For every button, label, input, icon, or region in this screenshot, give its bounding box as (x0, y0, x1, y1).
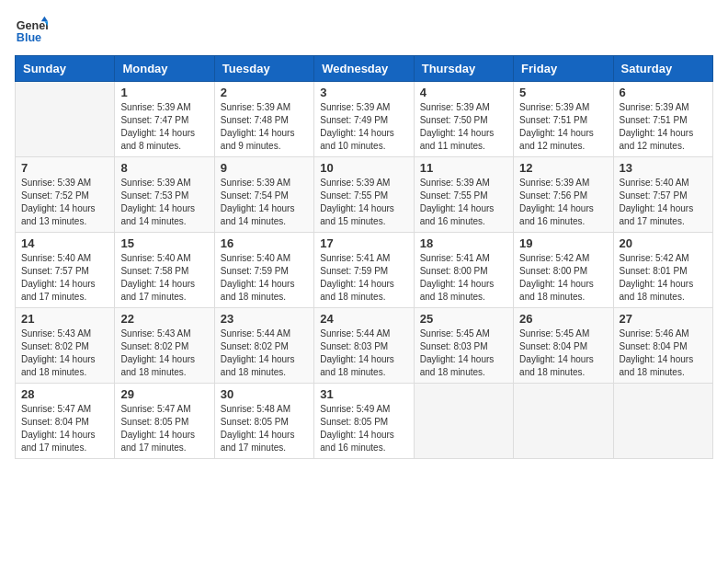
day-number: 29 (120, 387, 208, 401)
day-info: Sunrise: 5:39 AM Sunset: 7:55 PM Dayligh… (420, 177, 507, 228)
day-number: 12 (519, 161, 607, 175)
calendar-header-row: SundayMondayTuesdayWednesdayThursdayFrid… (16, 56, 713, 82)
day-number: 28 (21, 387, 108, 401)
calendar-cell: 30Sunrise: 5:48 AM Sunset: 8:05 PM Dayli… (214, 384, 313, 459)
calendar-cell: 9Sunrise: 5:39 AM Sunset: 7:54 PM Daylig… (214, 157, 313, 233)
day-info: Sunrise: 5:43 AM Sunset: 8:02 PM Dayligh… (120, 327, 208, 379)
calendar-cell: 24Sunrise: 5:44 AM Sunset: 8:03 PM Dayli… (314, 308, 414, 384)
day-info: Sunrise: 5:44 AM Sunset: 8:02 PM Dayligh… (221, 327, 308, 379)
day-info: Sunrise: 5:45 AM Sunset: 8:04 PM Dayligh… (519, 327, 607, 379)
calendar-cell: 2Sunrise: 5:39 AM Sunset: 7:48 PM Daylig… (214, 82, 313, 157)
day-info: Sunrise: 5:47 AM Sunset: 8:04 PM Dayligh… (21, 403, 108, 454)
logo: General Blue (15, 15, 48, 48)
day-of-week-header: Tuesday (214, 56, 313, 82)
calendar-cell: 25Sunrise: 5:45 AM Sunset: 8:03 PM Dayli… (414, 308, 513, 384)
day-info: Sunrise: 5:39 AM Sunset: 7:53 PM Dayligh… (120, 177, 208, 228)
day-info: Sunrise: 5:44 AM Sunset: 8:03 PM Dayligh… (320, 327, 407, 379)
calendar-cell: 16Sunrise: 5:40 AM Sunset: 7:59 PM Dayli… (214, 233, 313, 308)
calendar-cell: 6Sunrise: 5:39 AM Sunset: 7:51 PM Daylig… (613, 82, 712, 157)
calendar-cell: 22Sunrise: 5:43 AM Sunset: 8:02 PM Dayli… (115, 308, 214, 384)
day-info: Sunrise: 5:40 AM Sunset: 7:57 PM Dayligh… (620, 177, 707, 228)
day-info: Sunrise: 5:41 AM Sunset: 7:59 PM Dayligh… (320, 252, 407, 304)
day-info: Sunrise: 5:49 AM Sunset: 8:05 PM Dayligh… (320, 403, 407, 454)
day-number: 27 (620, 312, 707, 326)
day-of-week-header: Wednesday (314, 56, 414, 82)
calendar-cell: 1Sunrise: 5:39 AM Sunset: 7:47 PM Daylig… (115, 82, 214, 157)
calendar-cell (514, 384, 613, 459)
day-number: 11 (420, 161, 507, 175)
day-info: Sunrise: 5:39 AM Sunset: 7:52 PM Dayligh… (21, 177, 108, 228)
day-of-week-header: Sunday (16, 56, 115, 82)
day-info: Sunrise: 5:39 AM Sunset: 7:56 PM Dayligh… (519, 177, 607, 228)
day-number: 23 (221, 312, 308, 326)
calendar-week-row: 7Sunrise: 5:39 AM Sunset: 7:52 PM Daylig… (16, 157, 713, 233)
day-number: 6 (620, 86, 707, 99)
calendar-table: SundayMondayTuesdayWednesdayThursdayFrid… (15, 55, 713, 459)
day-info: Sunrise: 5:42 AM Sunset: 8:01 PM Dayligh… (620, 252, 707, 304)
day-of-week-header: Thursday (414, 56, 513, 82)
calendar-cell: 10Sunrise: 5:39 AM Sunset: 7:55 PM Dayli… (314, 157, 414, 233)
day-number: 5 (519, 86, 607, 99)
day-number: 1 (120, 86, 208, 99)
day-number: 19 (519, 236, 607, 250)
day-number: 17 (320, 236, 407, 250)
calendar-cell (16, 82, 115, 157)
calendar-cell: 12Sunrise: 5:39 AM Sunset: 7:56 PM Dayli… (514, 157, 613, 233)
day-info: Sunrise: 5:39 AM Sunset: 7:48 PM Dayligh… (221, 101, 308, 153)
day-number: 24 (320, 312, 407, 326)
calendar-cell: 11Sunrise: 5:39 AM Sunset: 7:55 PM Dayli… (414, 157, 513, 233)
calendar-cell: 15Sunrise: 5:40 AM Sunset: 7:58 PM Dayli… (115, 233, 214, 308)
calendar-week-row: 14Sunrise: 5:40 AM Sunset: 7:57 PM Dayli… (16, 233, 713, 308)
calendar-cell: 26Sunrise: 5:45 AM Sunset: 8:04 PM Dayli… (514, 308, 613, 384)
calendar-cell (613, 384, 712, 459)
day-number: 2 (221, 86, 308, 99)
calendar-cell: 17Sunrise: 5:41 AM Sunset: 7:59 PM Dayli… (314, 233, 414, 308)
day-of-week-header: Saturday (613, 56, 712, 82)
calendar-cell: 20Sunrise: 5:42 AM Sunset: 8:01 PM Dayli… (613, 233, 712, 308)
calendar-cell: 14Sunrise: 5:40 AM Sunset: 7:57 PM Dayli… (16, 233, 115, 308)
day-info: Sunrise: 5:43 AM Sunset: 8:02 PM Dayligh… (21, 327, 108, 379)
calendar-week-row: 21Sunrise: 5:43 AM Sunset: 8:02 PM Dayli… (16, 308, 713, 384)
calendar-cell: 19Sunrise: 5:42 AM Sunset: 8:00 PM Dayli… (514, 233, 613, 308)
calendar-cell: 4Sunrise: 5:39 AM Sunset: 7:50 PM Daylig… (414, 82, 513, 157)
day-of-week-header: Friday (514, 56, 613, 82)
day-info: Sunrise: 5:42 AM Sunset: 8:00 PM Dayligh… (519, 252, 607, 304)
day-number: 25 (420, 312, 507, 326)
calendar-week-row: 1Sunrise: 5:39 AM Sunset: 7:47 PM Daylig… (16, 82, 713, 157)
day-number: 22 (120, 312, 208, 326)
day-info: Sunrise: 5:39 AM Sunset: 7:54 PM Dayligh… (221, 177, 308, 228)
day-number: 30 (221, 387, 308, 401)
day-info: Sunrise: 5:48 AM Sunset: 8:05 PM Dayligh… (221, 403, 308, 454)
day-number: 3 (320, 86, 407, 99)
svg-text:Blue: Blue (17, 31, 41, 44)
day-number: 14 (21, 236, 108, 250)
day-number: 16 (221, 236, 308, 250)
logo-icon: General Blue (15, 15, 48, 48)
calendar-cell: 3Sunrise: 5:39 AM Sunset: 7:49 PM Daylig… (314, 82, 414, 157)
day-number: 10 (320, 161, 407, 175)
day-number: 26 (519, 312, 607, 326)
day-info: Sunrise: 5:39 AM Sunset: 7:55 PM Dayligh… (320, 177, 407, 228)
day-info: Sunrise: 5:40 AM Sunset: 7:59 PM Dayligh… (221, 252, 308, 304)
day-number: 8 (120, 161, 208, 175)
day-number: 31 (320, 387, 407, 401)
day-info: Sunrise: 5:39 AM Sunset: 7:47 PM Dayligh… (120, 101, 208, 153)
day-info: Sunrise: 5:39 AM Sunset: 7:49 PM Dayligh… (320, 101, 407, 153)
calendar-cell: 18Sunrise: 5:41 AM Sunset: 8:00 PM Dayli… (414, 233, 513, 308)
day-info: Sunrise: 5:46 AM Sunset: 8:04 PM Dayligh… (620, 327, 707, 379)
calendar-week-row: 28Sunrise: 5:47 AM Sunset: 8:04 PM Dayli… (16, 384, 713, 459)
calendar-cell: 23Sunrise: 5:44 AM Sunset: 8:02 PM Dayli… (214, 308, 313, 384)
calendar-cell: 21Sunrise: 5:43 AM Sunset: 8:02 PM Dayli… (16, 308, 115, 384)
day-info: Sunrise: 5:39 AM Sunset: 7:51 PM Dayligh… (519, 101, 607, 153)
page-header: General Blue (15, 15, 713, 48)
calendar-cell (414, 384, 513, 459)
day-number: 15 (120, 236, 208, 250)
day-info: Sunrise: 5:40 AM Sunset: 7:58 PM Dayligh… (120, 252, 208, 304)
calendar-cell: 31Sunrise: 5:49 AM Sunset: 8:05 PM Dayli… (314, 384, 414, 459)
day-of-week-header: Monday (115, 56, 214, 82)
day-info: Sunrise: 5:40 AM Sunset: 7:57 PM Dayligh… (21, 252, 108, 304)
calendar-cell: 8Sunrise: 5:39 AM Sunset: 7:53 PM Daylig… (115, 157, 214, 233)
day-number: 4 (420, 86, 507, 99)
day-info: Sunrise: 5:39 AM Sunset: 7:50 PM Dayligh… (420, 101, 507, 153)
day-number: 21 (21, 312, 108, 326)
